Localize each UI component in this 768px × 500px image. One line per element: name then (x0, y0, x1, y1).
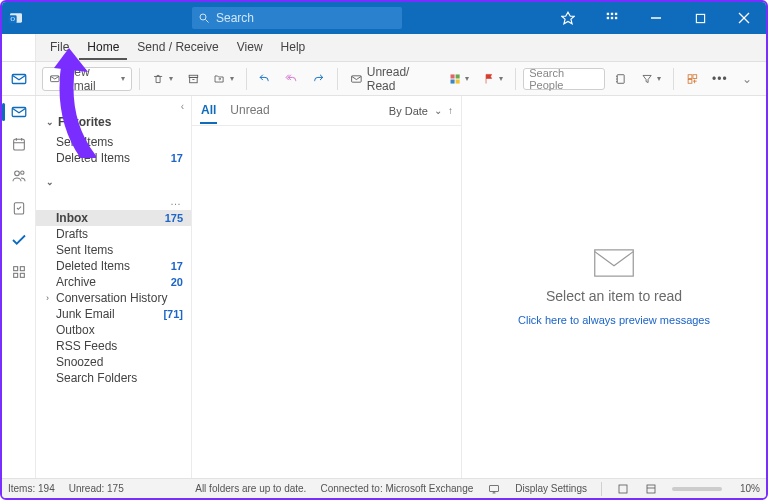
forward-icon (312, 72, 325, 86)
folder-sent-items[interactable]: Sent Items (36, 134, 191, 150)
folder-snoozed[interactable]: Snoozed (36, 354, 191, 370)
separator (246, 68, 247, 90)
account-header[interactable]: ⌄ (36, 172, 191, 192)
delete-button[interactable]: ▾ (147, 67, 177, 91)
unread-read-button[interactable]: Unread/ Read (345, 67, 440, 91)
envelope-outline-icon (593, 248, 635, 278)
addins-button[interactable] (681, 67, 704, 91)
close-button[interactable] (722, 2, 766, 34)
svg-point-41 (20, 171, 23, 174)
menu-home[interactable]: Home (79, 35, 127, 60)
chevron-down-icon: ▾ (121, 74, 125, 83)
zoom-level[interactable]: 10% (740, 483, 760, 494)
folder-search-folders[interactable]: Search Folders (36, 370, 191, 386)
separator (673, 68, 674, 90)
status-display-settings[interactable]: Display Settings (515, 483, 587, 494)
address-book-button[interactable] (609, 67, 632, 91)
svg-rect-30 (688, 74, 692, 78)
rail-mail[interactable] (8, 101, 30, 123)
global-search-input[interactable]: Search (192, 7, 402, 29)
folder-deleted-items[interactable]: Deleted Items17 (36, 150, 191, 166)
rail-more[interactable] (8, 261, 30, 283)
maximize-button[interactable] (678, 2, 722, 34)
chevron-down-icon: ▾ (657, 74, 661, 83)
new-mail-icon (49, 72, 62, 86)
address-book-icon (614, 72, 627, 86)
new-email-label: New Email (66, 65, 118, 93)
chevron-down-icon: ⌄ (46, 117, 56, 127)
status-sync: All folders are up to date. (195, 483, 306, 494)
flag-icon (483, 72, 495, 86)
new-email-button[interactable]: New Email ▾ (42, 67, 132, 91)
separator (139, 68, 140, 90)
always-preview-link[interactable]: Click here to always preview messages (518, 314, 710, 326)
svg-rect-26 (617, 74, 624, 83)
menu-view[interactable]: View (229, 35, 271, 60)
chevron-down-icon: ▾ (465, 74, 469, 83)
folder-deleted-items[interactable]: Deleted Items17 (36, 258, 191, 274)
move-button[interactable]: ▾ (208, 67, 238, 91)
svg-rect-24 (450, 79, 454, 83)
tab-unread[interactable]: Unread (229, 97, 270, 124)
folder-outbox[interactable]: Outbox (36, 322, 191, 338)
svg-text:O: O (10, 16, 15, 22)
message-list-pane: All Unread By Date ⌄ ↑ (192, 96, 462, 478)
forward-button[interactable] (307, 67, 330, 91)
filter-button[interactable]: ▾ (636, 67, 666, 91)
archive-button[interactable] (182, 67, 205, 91)
reply-button[interactable] (253, 67, 276, 91)
apps-grid-icon (686, 72, 699, 86)
reply-icon (258, 72, 271, 86)
svg-rect-51 (619, 485, 627, 493)
menu-send-receive[interactable]: Send / Receive (129, 35, 226, 60)
reading-pane: Select an item to read Click here to alw… (462, 96, 766, 478)
reading-view-icon[interactable] (644, 482, 658, 496)
favorites-header[interactable]: ⌄Favorites (36, 110, 191, 134)
folder-rss-feeds[interactable]: RSS Feeds (36, 338, 191, 354)
folder-overflow[interactable]: … (36, 192, 191, 210)
more-button[interactable]: ••• (708, 67, 732, 91)
svg-rect-11 (615, 17, 617, 19)
folder-inbox[interactable]: Inbox175 (36, 210, 191, 226)
tab-all[interactable]: All (200, 97, 217, 124)
zoom-slider[interactable] (672, 487, 722, 491)
search-people-input[interactable]: Search People (523, 68, 605, 90)
rail-people[interactable] (8, 165, 30, 187)
collapse-ribbon-button[interactable]: ⌄ (736, 67, 758, 91)
folder-archive[interactable]: Archive20 (36, 274, 191, 290)
separator (515, 68, 516, 90)
display-settings-icon[interactable] (487, 482, 501, 496)
folder-drafts[interactable]: Drafts (36, 226, 191, 242)
trash-icon (152, 72, 164, 86)
menu-help[interactable]: Help (273, 35, 314, 60)
svg-rect-13 (696, 14, 704, 22)
folder-junk-email[interactable]: Junk Email[71] (36, 306, 191, 322)
chevron-down-icon: ⌄ (742, 72, 752, 86)
rail-tasks[interactable] (8, 197, 30, 219)
sort-control[interactable]: By Date ⌄ ↑ (389, 105, 453, 117)
rail-calendar[interactable] (8, 133, 30, 155)
rail-todo[interactable] (8, 229, 30, 251)
minimize-button[interactable] (634, 2, 678, 34)
svg-rect-32 (688, 79, 692, 83)
svg-rect-23 (456, 74, 460, 78)
folder-conversation-history[interactable]: ›Conversation History (36, 290, 191, 306)
ribbon: New Email ▾ ▾ ▾ Unread/ Read ▾ ▾ Search … (2, 62, 766, 96)
reading-empty-headline: Select an item to read (546, 288, 682, 304)
rail-mail-indicator[interactable] (2, 62, 36, 95)
reply-all-button[interactable] (280, 67, 303, 91)
mail-icon (10, 70, 28, 88)
collapse-folders-button[interactable]: ‹ (178, 98, 187, 115)
reply-all-icon (285, 72, 298, 86)
unread-read-label: Unread/ Read (367, 65, 435, 93)
search-icon (198, 12, 210, 24)
coming-soon-icon[interactable] (590, 2, 634, 34)
menu-file[interactable]: File (42, 35, 77, 60)
premium-icon[interactable] (546, 2, 590, 34)
categorize-button[interactable]: ▾ (444, 67, 474, 91)
normal-view-icon[interactable] (616, 482, 630, 496)
flag-button[interactable]: ▾ (478, 67, 508, 91)
svg-rect-43 (13, 267, 17, 271)
folder-sent-items[interactable]: Sent Items (36, 242, 191, 258)
svg-point-3 (200, 14, 206, 20)
